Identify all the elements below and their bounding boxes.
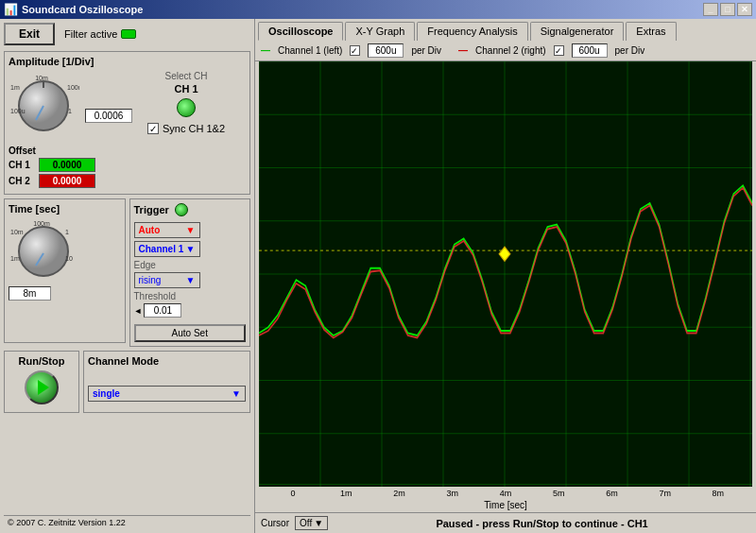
x-label-4: 4m [479, 489, 532, 498]
amplitude-knob-container[interactable]: 10m 100m 1 100u 1m [9, 71, 79, 142]
sync-checkbox[interactable]: ✓ [147, 123, 159, 134]
trigger-edge-dropdown[interactable]: rising ▼ [134, 272, 200, 288]
svg-marker-34 [499, 247, 510, 261]
ch1-led[interactable] [177, 98, 196, 117]
amplitude-knob[interactable]: 10m 100m 1 100u 1m [9, 71, 79, 142]
amplitude-section: Amplitude [1/Div] [4, 51, 250, 195]
x-label-6: 6m [585, 489, 638, 498]
trigger-header: Trigger [134, 203, 247, 216]
offset-ch1-input[interactable]: 0.0000 [39, 158, 95, 172]
offset-title: Offset [9, 146, 246, 156]
cursor-dropdown[interactable]: Off ▼ [295, 516, 328, 530]
app-icon: 📊 [4, 3, 18, 16]
tab-sig-label: Signalgenerator [541, 26, 614, 37]
trigger-channel-row: Channel 1 ▼ [134, 241, 247, 257]
sync-row: ✓ Sync CH 1&2 [147, 123, 225, 134]
offset-ch2-input[interactable]: 0.0000 [39, 174, 95, 188]
tab-extras[interactable]: Extras [626, 22, 676, 41]
top-bar: Exit Filter active [4, 23, 250, 45]
x-label-8: 8m [692, 489, 745, 498]
time-value: 8m [9, 286, 51, 301]
amplitude-title: Amplitude [1/Div] [9, 56, 246, 67]
svg-point-8 [19, 227, 68, 276]
cursor-label: Cursor [261, 518, 289, 528]
svg-text:100m: 100m [33, 220, 50, 227]
channel-mode-arrow: ▼ [232, 388, 241, 399]
x-label-5: 5m [532, 489, 585, 498]
run-stop-button[interactable] [25, 370, 59, 404]
ch1-channel-checkbox[interactable] [350, 45, 360, 56]
threshold-spin-down[interactable]: ◄ [134, 306, 143, 316]
svg-text:1m: 1m [10, 84, 20, 91]
ch1-per-div-unit: per Div [411, 45, 441, 56]
trigger-channel-dropdown[interactable]: Channel 1 ▼ [134, 241, 200, 257]
ch2-channel-label: Channel 2 (right) [475, 45, 545, 56]
tab-xy-label: X-Y Graph [355, 26, 404, 37]
x-label-7: 7m [639, 489, 692, 498]
time-title: Time [sec] [9, 203, 121, 215]
trigger-edge-row: Edge rising ▼ [134, 260, 247, 288]
select-ch-area: Select CH CH 1 ✓ Sync CH 1&2 [147, 71, 225, 138]
svg-text:10m: 10m [10, 229, 24, 235]
threshold-value[interactable]: 0.01 [144, 303, 181, 318]
svg-text:1m: 1m [10, 255, 20, 262]
trigger-mode-dropdown[interactable]: Auto ▼ [134, 222, 200, 238]
tab-frequency-analysis[interactable]: Frequency Analysis [417, 22, 527, 41]
x-axis: 0 1m 2m 3m 4m 5m 6m 7m 8m [263, 487, 748, 500]
copyright: © 2007 C. Zeitnitz Version 1.22 [4, 515, 250, 529]
run-stop-section: Run/Stop [4, 351, 79, 413]
offset-ch2-label: CH 2 [9, 176, 35, 186]
maximize-button[interactable]: □ [720, 3, 735, 16]
ch2-channel-checkbox[interactable] [554, 45, 564, 56]
minimize-button[interactable]: _ [703, 3, 718, 16]
svg-text:1: 1 [65, 229, 69, 235]
svg-text:100u: 100u [10, 108, 26, 114]
filter-active-label: Filter active [64, 28, 117, 40]
trigger-mode-row: Auto ▼ [134, 222, 247, 238]
channel-mode-section: Channel Mode single ▼ [83, 351, 250, 413]
cursor-value: Off [300, 518, 312, 528]
offset-ch1-row: CH 1 0.0000 [9, 158, 246, 172]
auto-set-button[interactable]: Auto Set [134, 324, 247, 342]
tab-signal-generator[interactable]: Signalgenerator [530, 22, 625, 41]
ch2-color-bar: — [458, 45, 468, 56]
sync-label: Sync CH 1&2 [163, 123, 225, 134]
run-stop-ch-mode-row: Run/Stop Channel Mode single ▼ [4, 351, 250, 417]
trigger-title: Trigger [134, 204, 169, 215]
play-icon [38, 380, 49, 395]
x-label-3: 3m [426, 489, 479, 498]
window-controls: _ □ ✕ [703, 3, 752, 16]
ch1-channel-label: Channel 1 (left) [278, 45, 342, 56]
svg-text:1: 1 [68, 108, 72, 114]
title-bar: 📊 Soundcard Oszilloscope _ □ ✕ [0, 0, 756, 19]
ch1-color-bar: — [261, 45, 270, 56]
amplitude-value: 0.0006 [85, 109, 132, 123]
bottom-bar: Cursor Off ▼ Paused - press Run/Stop to … [255, 512, 756, 533]
close-button[interactable]: ✕ [737, 3, 752, 16]
exit-button[interactable]: Exit [4, 23, 55, 45]
offset-area: Offset CH 1 0.0000 CH 2 0.0000 [9, 146, 246, 188]
channel-mode-dropdown[interactable]: single ▼ [88, 386, 246, 402]
tab-bar: Oscilloscope X-Y Graph Frequency Analysi… [255, 19, 756, 41]
time-section: Time [sec] 100m 1 10 [4, 198, 126, 343]
trigger-section: Trigger Auto ▼ Channel 1 ▼ Edge [129, 198, 251, 347]
x-label-0: 0 [266, 489, 319, 498]
run-stop-title: Run/Stop [9, 355, 75, 367]
trigger-threshold-title: Threshold [134, 291, 247, 301]
select-ch-label: Select CH [165, 71, 208, 81]
dropdown-ch-arrow: ▼ [186, 244, 196, 254]
waveform-svg [259, 61, 752, 487]
ch2-per-div-unit: per Div [615, 45, 645, 56]
ch1-per-div-input[interactable] [368, 43, 404, 58]
tab-oscilloscope[interactable]: Oscilloscope [258, 22, 343, 41]
svg-text:10: 10 [65, 255, 73, 262]
right-panel: Oscilloscope X-Y Graph Frequency Analysi… [255, 19, 756, 533]
trigger-mode-label: Auto [139, 225, 161, 235]
scope-display [259, 61, 752, 487]
time-knob-container[interactable]: 100m 1 10 1m 10m [9, 218, 79, 284]
tab-freq-label: Frequency Analysis [427, 26, 517, 37]
time-knob[interactable]: 100m 1 10 1m 10m [9, 218, 79, 284]
ch2-per-div-input[interactable] [572, 43, 608, 58]
cursor-arrow: ▼ [314, 518, 323, 528]
tab-xy-graph[interactable]: X-Y Graph [345, 22, 415, 41]
